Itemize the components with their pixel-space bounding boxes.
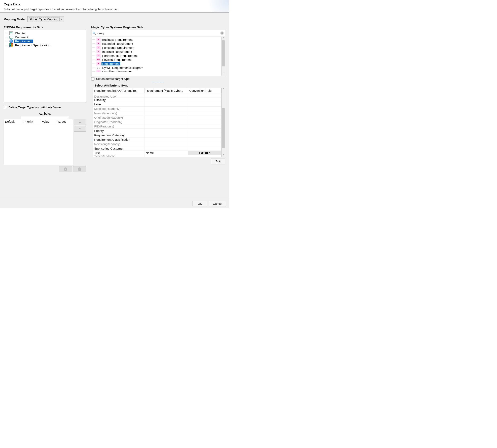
edit-button[interactable]: Edit xyxy=(211,159,225,164)
edit-row: Edit xyxy=(93,159,225,164)
dialog-header: Copy Data Select all unmapped target typ… xyxy=(0,0,229,13)
scroll-up-icon[interactable]: ˄ xyxy=(222,88,225,91)
cell-enovia-attr: Requirement Classification xyxy=(93,138,144,142)
attr-section-title: Select Attribute to Sync xyxy=(94,84,225,87)
search-dropdown-icon[interactable]: ▾ xyxy=(97,32,98,34)
cell-magic-attr xyxy=(144,124,188,129)
table-row[interactable]: Sponsoring Customer xyxy=(93,146,222,151)
define-target-row[interactable]: Define Target Type from Attribute Value xyxy=(4,106,86,109)
magic-tree-item[interactable]: ┈┈SysML Requirements Diagram xyxy=(92,66,221,70)
search-box[interactable]: 🔍 ▾ ✕ xyxy=(91,30,225,36)
mapping-mode-combo[interactable]: Group Type Mapping ▼ xyxy=(27,16,64,22)
attr-sync-table[interactable]: Requirement [ENOVIA Require...Requiremen… xyxy=(93,88,222,157)
cell-enovia-attr: Title xyxy=(93,151,144,155)
column-header[interactable]: Requirement [ENOVIA Require... xyxy=(93,88,144,93)
enovia-tree-item[interactable]: ┈┈Comment xyxy=(5,35,85,39)
remove-button[interactable]: − xyxy=(73,166,86,172)
scroll-down-icon[interactable]: ˅ xyxy=(222,154,225,157)
cell-conversion-rule xyxy=(188,111,221,115)
cell-conversion-rule xyxy=(188,124,221,129)
magic-tree-item[interactable]: ┈┈EExtended Requirement xyxy=(92,42,221,46)
cell-magic-attr xyxy=(144,107,188,111)
magic-tree-item[interactable]: ┈┈RRequirement xyxy=(92,62,221,66)
minus-icon: − xyxy=(78,167,81,171)
cell-magic-attr xyxy=(144,102,188,107)
table-row[interactable]: Requirement Classification xyxy=(93,138,222,142)
table-row[interactable]: Level xyxy=(93,102,222,107)
panels: ENOVIA Requirements Side ┈┈Chapter┈┈Comm… xyxy=(4,26,225,197)
table-scrollbar[interactable]: ˄ ˅ xyxy=(222,88,225,157)
table-row[interactable]: Designated User xyxy=(93,93,222,98)
table-row[interactable]: Originator(Readonly) xyxy=(93,120,222,124)
cell-conversion-rule xyxy=(188,102,221,107)
tree-connector: ┈┈ xyxy=(92,46,95,49)
clear-search-icon[interactable]: ✕ xyxy=(220,31,224,35)
table-row[interactable]: Requirement Category xyxy=(93,133,222,138)
table-row[interactable]: Difficulty xyxy=(93,98,222,102)
attribute-value-table[interactable]: DefaultPriorityValueTarget xyxy=(4,119,73,165)
tree-item-label: Requirement xyxy=(102,62,120,65)
table-row[interactable]: Type(Readonly) xyxy=(93,155,222,157)
attribute-input[interactable] xyxy=(21,116,69,119)
right-panel-title: Magic Cyber Systems Engineer Side xyxy=(91,26,225,29)
cell-conversion-rule[interactable]: Edit rule xyxy=(188,151,221,155)
scroll-down-icon[interactable]: ˅ xyxy=(222,72,225,76)
cell-enovia-attr: Difficulty xyxy=(93,98,144,102)
stereotype-icon: P xyxy=(97,54,100,57)
enovia-tree[interactable]: ┈┈Chapter┈┈Comment┈┈Requirement┈┈Require… xyxy=(4,30,86,103)
tree-item-label: Usability Requirement xyxy=(102,70,133,72)
define-target-checkbox[interactable] xyxy=(4,106,7,109)
cell-enovia-attr: Originated(Readonly) xyxy=(93,115,144,120)
table-row[interactable]: Priority xyxy=(93,129,222,133)
table-row[interactable]: PID(Readonly) xyxy=(93,124,222,129)
left-panel-title: ENOVIA Requirements Side xyxy=(4,26,86,29)
column-header[interactable]: Priority xyxy=(22,119,41,124)
horizontal-splitter[interactable]: • • • • • • • xyxy=(91,80,225,83)
magic-tree-item[interactable]: ┈┈IInterface Requirement xyxy=(92,49,221,54)
magic-tree[interactable]: ┈┈BBusiness Requirement┈┈EExtended Requi… xyxy=(91,37,222,76)
magic-tree-wrap: ┈┈BBusiness Requirement┈┈EExtended Requi… xyxy=(91,37,225,76)
tree-item-label: Interface Requirement xyxy=(102,50,133,53)
magic-tree-item[interactable]: ┈┈UUsability Requirement xyxy=(92,70,221,72)
dialog-body: Mapping Mode: Group Type Mapping ▼ ENOVI… xyxy=(0,13,229,199)
add-button[interactable]: + xyxy=(59,166,72,172)
enovia-tree-item[interactable]: ┈┈Chapter xyxy=(5,31,85,35)
move-down-button[interactable]: ▼ xyxy=(74,126,86,132)
search-input[interactable] xyxy=(99,32,219,35)
table-row[interactable]: Originated(Readonly) xyxy=(93,115,222,120)
magic-tree-item[interactable]: ┈┈PPerformance Requirement xyxy=(92,54,221,58)
scroll-thumb[interactable] xyxy=(222,40,225,66)
enovia-tree-item[interactable]: ┈┈Requirement Specification xyxy=(5,43,85,47)
tree-connector: ┈┈ xyxy=(92,66,95,69)
magic-tree-item[interactable]: ┈┈BBusiness Requirement xyxy=(92,37,221,42)
scroll-up-icon[interactable]: ˄ xyxy=(222,37,225,40)
cell-conversion-rule xyxy=(188,93,221,98)
add-remove-row: + − xyxy=(4,166,86,172)
cell-conversion-rule xyxy=(188,133,221,138)
column-header[interactable]: Target xyxy=(56,119,73,124)
table-row[interactable]: Modified(Readonly) xyxy=(93,107,222,111)
cell-enovia-attr: PID(Readonly) xyxy=(93,124,144,129)
tree-scrollbar[interactable]: ˄ ˅ xyxy=(222,37,225,76)
magic-tree-item[interactable]: ┈┈FFunctional Requirement xyxy=(92,46,221,49)
define-target-label: Define Target Type from Attribute Value xyxy=(8,106,61,109)
table-row[interactable]: Name(Readonly) xyxy=(93,111,222,115)
magic-tree-item[interactable]: ┈┈PhPhysical Requirement xyxy=(92,58,221,62)
enovia-tree-item[interactable]: ┈┈Requirement xyxy=(5,39,85,43)
stereotype-icon: R xyxy=(97,62,100,65)
cancel-button[interactable]: Cancel xyxy=(209,201,226,206)
column-header[interactable]: Conversion Rule xyxy=(188,88,221,93)
column-header[interactable]: Default xyxy=(4,119,22,124)
column-header[interactable]: Value xyxy=(41,119,56,124)
cell-conversion-rule xyxy=(188,138,221,142)
table-row[interactable]: TitleNameEdit rule xyxy=(93,151,222,155)
ok-button[interactable]: OK xyxy=(192,201,207,206)
scroll-thumb[interactable] xyxy=(222,108,225,148)
move-up-button[interactable]: ▲ xyxy=(74,119,86,125)
set-default-checkbox[interactable] xyxy=(91,77,94,80)
table-row[interactable]: Revision(Readonly) xyxy=(93,142,222,146)
set-default-row[interactable]: Set as default target type xyxy=(91,77,225,80)
chevron-down-icon: ▼ xyxy=(60,18,64,20)
column-header[interactable]: Requirement [Magic Cybe... xyxy=(144,88,188,93)
vertical-splitter[interactable]: • • • xyxy=(91,83,93,197)
